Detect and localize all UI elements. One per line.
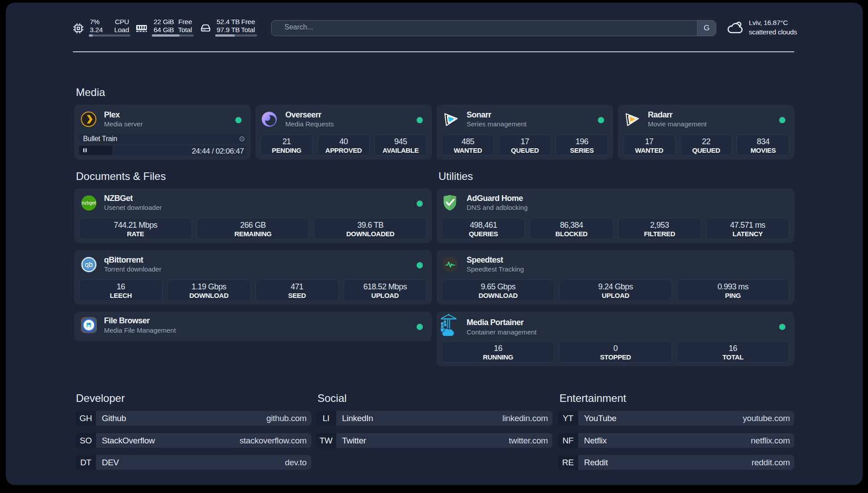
svg-text:nzbget: nzbget: [82, 200, 96, 205]
svg-text:qb: qb: [85, 261, 93, 268]
